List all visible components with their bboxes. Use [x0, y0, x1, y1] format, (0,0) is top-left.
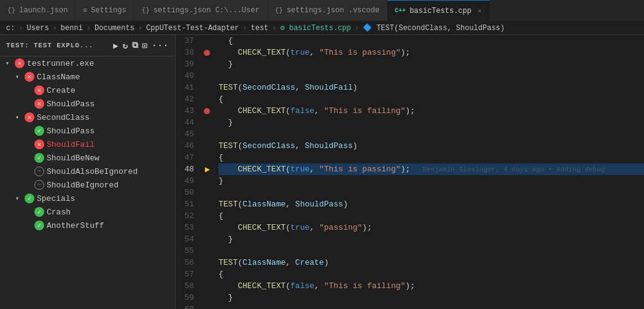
- sidebar-item-secondclass[interactable]: ▾ ✕ SecondClass: [0, 111, 175, 124]
- blame-info-48: Benjamin Giesinger, 4 days ago • Adding …: [422, 166, 605, 173]
- gutter-55: [200, 245, 214, 257]
- code-line-46: TEST(SecondClass, ShouldPass): [219, 140, 644, 152]
- ln-57: 57: [176, 268, 200, 280]
- sidebar-item-testrunner[interactable]: ▾ ✕ testrunner.exe: [0, 57, 175, 70]
- code-line-55: [219, 245, 644, 257]
- ln-48: 48: [176, 163, 200, 175]
- editor-content[interactable]: 37 38 39 40 41 42 43 44 45 46 47 48 49 5…: [176, 35, 644, 309]
- label-specials: Specials: [37, 194, 170, 203]
- sidebar-item-classname[interactable]: ▾ ✕ ClassName: [0, 70, 175, 84]
- code-line-56: TEST(ClassName, Create): [219, 257, 644, 268]
- tab-label-settings-json-vscode: settings.json .vscode: [287, 6, 379, 15]
- tab-launch-json[interactable]: {} launch.json: [0, 0, 76, 22]
- tab-settings-json-vscode[interactable]: {} settings.json .vscode: [268, 0, 387, 22]
- label-classname: ClassName: [37, 72, 170, 82]
- code-line-58: CHECK_TEXT(false, "This is failing");: [219, 280, 644, 292]
- ln-56: 56: [176, 257, 200, 268]
- gutter-42: [200, 93, 214, 105]
- breadcrumb-part-documents[interactable]: Documents: [95, 24, 134, 33]
- ln-45: 45: [176, 128, 200, 140]
- gutter-48-arrow: ▶: [200, 163, 214, 175]
- sidebar-item-create[interactable]: ▾ ✕ Create: [0, 84, 175, 97]
- gutter-51: [200, 198, 214, 210]
- gutter-37: [200, 35, 214, 47]
- breakpoint-43[interactable]: [204, 108, 210, 114]
- status-icon-shouldalsobeignored: ~: [34, 166, 44, 176]
- status-icon-secondclass: ✕: [25, 112, 34, 122]
- chevron-secondclass: ▾: [12, 114, 22, 121]
- label-shouldfail: ShouldFail: [47, 140, 170, 149]
- code-line-40: [219, 70, 644, 82]
- more-icon[interactable]: ···: [152, 41, 169, 51]
- status-icon-classname: ✕: [25, 72, 34, 82]
- tab-label-settings: Settings: [91, 6, 126, 15]
- ln-38: 38: [176, 47, 200, 58]
- sidebar-item-shouldalsobeignored[interactable]: ▾ ~ ShouldAlsoBeIgnored: [0, 165, 175, 178]
- ln-49: 49: [176, 175, 200, 187]
- breadcrumb-sep-6: ›: [272, 24, 276, 33]
- breadcrumb-part-test-func[interactable]: 🔷 TEST(SecondClass, ShouldPass): [363, 23, 505, 33]
- refresh-icon[interactable]: ↻: [123, 41, 128, 51]
- label-shouldpass-secondclass: ShouldPass: [47, 127, 170, 136]
- collapse-icon[interactable]: ⧉: [132, 41, 139, 51]
- breadcrumb: c: › Users › benni › Documents › CppUTes…: [0, 22, 644, 35]
- ln-58: 58: [176, 280, 200, 292]
- ln-37: 37: [176, 35, 200, 47]
- code-area[interactable]: { CHECK_TEXT(true, "This is passing"); }…: [214, 35, 644, 309]
- label-create: Create: [47, 86, 170, 95]
- tab-icon-settings: ≡: [83, 7, 87, 14]
- chevron-specials: ▾: [12, 195, 22, 202]
- gutter-52: [200, 210, 214, 222]
- gutter-59: [200, 292, 214, 303]
- breadcrumb-part-c[interactable]: c:: [6, 24, 15, 33]
- sidebar-item-specials[interactable]: ▾ ✓ Specials: [0, 192, 175, 205]
- gutter-49: [200, 175, 214, 187]
- sidebar-item-shouldbeignored[interactable]: ▾ ~ ShouldBeIgnored: [0, 178, 175, 192]
- code-line-42: {: [219, 93, 644, 105]
- breadcrumb-part-test[interactable]: test: [251, 24, 269, 33]
- breadcrumb-part-file[interactable]: ⚙ basicTests.cpp: [281, 23, 351, 33]
- gutter-57: [200, 268, 214, 280]
- code-line-38: CHECK_TEXT(true, "This is passing");: [219, 47, 644, 58]
- breadcrumb-part-adapter[interactable]: CppUTest-Test-Adapter: [146, 24, 239, 33]
- tab-icon-basic-tests-cpp: C++: [395, 7, 406, 14]
- tab-basic-tests-cpp[interactable]: C++ basicTests.cpp ✕: [387, 0, 489, 22]
- label-crash: Crash: [47, 208, 170, 217]
- sidebar-item-shouldfail[interactable]: ▾ ✕ ShouldFail: [0, 138, 175, 151]
- ln-51: 51: [176, 198, 200, 210]
- sidebar-item-shouldbenew[interactable]: ▾ ✓ ShouldBeNew: [0, 151, 175, 165]
- status-icon-crash: ✓: [34, 207, 44, 217]
- gutter-50: [200, 187, 214, 198]
- chevron-classname: ▾: [12, 73, 22, 80]
- label-shouldpass-classname: ShouldPass: [47, 100, 170, 109]
- status-icon-anotherstuff: ✓: [34, 221, 44, 230]
- gutter-44: [200, 117, 214, 128]
- label-anotherstuff: AnotherStuff: [47, 221, 170, 230]
- breakpoint-38[interactable]: [204, 50, 210, 56]
- code-line-48: CHECK_TEXT(true, "This is passing"); Ben…: [219, 163, 644, 175]
- code-line-60: [219, 303, 644, 309]
- breadcrumb-sep-7: ›: [355, 24, 359, 33]
- ln-54: 54: [176, 233, 200, 245]
- sidebar-item-anotherstuff[interactable]: ▾ ✓ AnotherStuff: [0, 219, 175, 232]
- tab-settings-json-user[interactable]: {} settings.json C:\...User: [134, 0, 268, 22]
- status-icon-shouldbenew: ✓: [34, 153, 44, 163]
- sidebar-item-crash[interactable]: ▾ ✓ Crash: [0, 205, 175, 219]
- status-icon-shouldbeignored: ~: [34, 180, 44, 190]
- status-icon-testrunner: ✕: [15, 58, 25, 68]
- tab-close-basic-tests-cpp[interactable]: ✕: [478, 7, 482, 15]
- code-line-39: }: [219, 58, 644, 70]
- chevron-testrunner: ▾: [2, 60, 12, 67]
- ln-47: 47: [176, 152, 200, 163]
- breadcrumb-part-users[interactable]: Users: [27, 24, 49, 33]
- label-secondclass: SecondClass: [37, 113, 170, 122]
- tab-settings[interactable]: ≡ Settings: [76, 0, 134, 22]
- breadcrumb-part-benni[interactable]: benni: [61, 24, 83, 33]
- gutter-58: [200, 280, 214, 292]
- run-icon[interactable]: ▶: [113, 41, 118, 51]
- expand-icon[interactable]: ⊡: [142, 41, 148, 51]
- sidebar-item-shouldpass-classname[interactable]: ▾ ✕ ShouldPass: [0, 97, 175, 111]
- ln-60: 60: [176, 303, 200, 309]
- sidebar-item-shouldpass-secondclass[interactable]: ▾ ✓ ShouldPass: [0, 124, 175, 138]
- ln-41: 41: [176, 82, 200, 93]
